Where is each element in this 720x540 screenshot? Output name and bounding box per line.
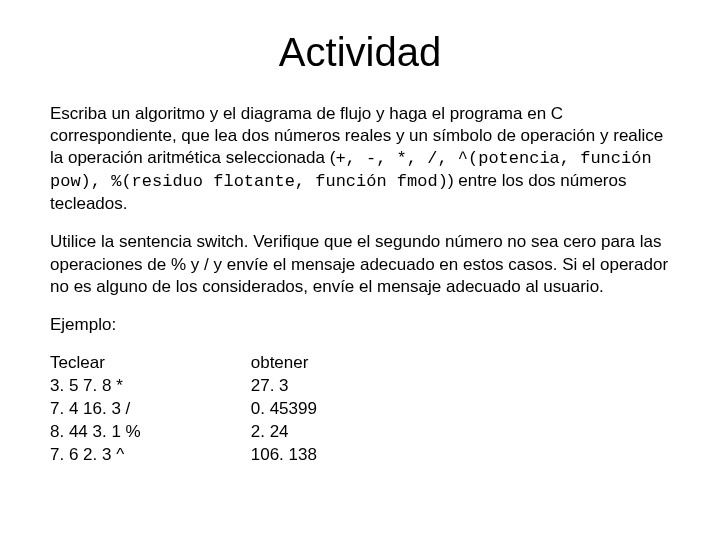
- page-title: Actividad: [50, 30, 670, 75]
- obtener-lines: 27. 3 0. 45399 2. 24 106. 138: [251, 376, 317, 464]
- obtener-label: obtener: [251, 353, 309, 372]
- teclear-label: Teclear: [50, 353, 105, 372]
- example-label: Ejemplo:: [50, 314, 670, 336]
- example-output-column: obtener 27. 3 0. 45399 2. 24 106. 138: [251, 352, 317, 467]
- example-input-column: Teclear 3. 5 7. 8 * 7. 4 16. 3 / 8. 44 3…: [50, 352, 141, 467]
- teclear-lines: 3. 5 7. 8 * 7. 4 16. 3 / 8. 44 3. 1 % 7.…: [50, 376, 141, 464]
- slide: Actividad Escriba un algoritmo y el diag…: [0, 0, 720, 540]
- example-block: Teclear 3. 5 7. 8 * 7. 4 16. 3 / 8. 44 3…: [50, 352, 670, 467]
- paragraph-1: Escriba un algoritmo y el diagrama de fl…: [50, 103, 670, 215]
- paragraph-2: Utilice la sentencia switch. Verifique q…: [50, 231, 670, 297]
